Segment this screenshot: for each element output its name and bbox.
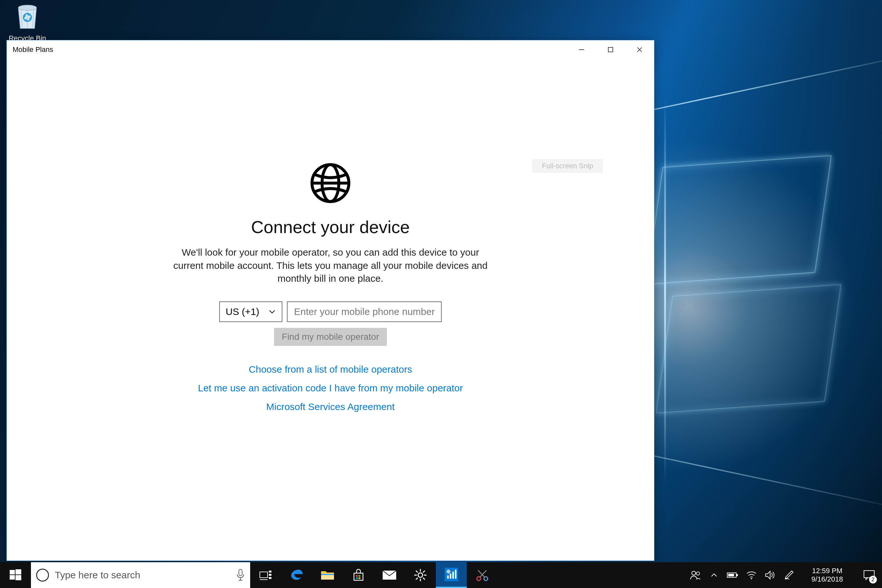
svg-rect-17 <box>269 577 272 579</box>
svg-rect-16 <box>269 574 272 576</box>
taskbar-app-file-explorer[interactable] <box>312 562 343 588</box>
svg-rect-37 <box>450 573 452 579</box>
chevron-down-icon <box>268 308 276 316</box>
svg-line-34 <box>416 578 418 580</box>
people-icon <box>690 570 701 580</box>
battery-icon <box>727 572 738 578</box>
speaker-icon <box>765 571 775 580</box>
svg-rect-9 <box>10 570 15 574</box>
svg-line-31 <box>416 571 418 573</box>
mobile-plans-window: Mobile Plans Full-screen Snip Connect yo… <box>6 40 654 561</box>
taskbar-app-edge[interactable] <box>281 562 312 588</box>
desktop-icon-recycle-bin[interactable]: Recycle Bin <box>3 1 52 42</box>
clock-date: 9/16/2018 <box>812 575 843 584</box>
file-explorer-icon <box>320 569 334 581</box>
link-services-agreement[interactable]: Microsoft Services Agreement <box>266 401 394 412</box>
mobile-plans-icon <box>444 568 458 581</box>
taskbar-clock[interactable]: 12:59 PM 9/16/2018 <box>798 562 856 588</box>
svg-rect-12 <box>15 575 21 580</box>
page-heading: Connect your device <box>251 217 410 237</box>
svg-rect-20 <box>321 574 334 575</box>
svg-point-26 <box>418 573 423 578</box>
svg-rect-3 <box>608 47 613 52</box>
svg-point-52 <box>751 578 752 579</box>
cortana-icon <box>36 568 49 582</box>
svg-rect-22 <box>358 575 360 577</box>
tray-volume[interactable] <box>761 562 780 588</box>
svg-line-32 <box>423 578 425 580</box>
page-subtext: We'll look for your mobile operator, so … <box>172 246 488 285</box>
svg-rect-14 <box>260 572 268 578</box>
chevron-up-icon <box>710 571 718 579</box>
maximize-icon <box>608 46 614 53</box>
task-view-icon <box>259 570 272 580</box>
globe-icon <box>309 162 351 204</box>
recycle-bin-icon <box>15 1 40 30</box>
taskbar-search[interactable] <box>31 562 250 588</box>
search-input[interactable] <box>55 570 230 580</box>
svg-rect-15 <box>269 571 272 573</box>
svg-rect-11 <box>10 575 15 580</box>
action-center-button[interactable]: 2 <box>856 562 882 588</box>
scissors-icon <box>476 568 489 582</box>
svg-rect-39 <box>455 570 456 579</box>
maximize-button[interactable] <box>596 40 625 59</box>
svg-rect-51 <box>728 574 734 576</box>
svg-rect-24 <box>358 578 360 579</box>
tray-overflow[interactable] <box>705 562 723 588</box>
close-button[interactable] <box>625 40 654 59</box>
phone-entry-row: US (+1) <box>219 302 442 322</box>
system-tray: 12:59 PM 9/16/2018 2 <box>686 562 882 588</box>
notification-badge: 2 <box>869 576 877 584</box>
start-button[interactable] <box>0 562 31 588</box>
taskbar-app-store[interactable] <box>343 562 374 588</box>
minimize-button[interactable] <box>567 40 596 59</box>
taskbar: 12:59 PM 9/16/2018 2 <box>0 562 882 588</box>
wifi-icon <box>746 571 757 579</box>
svg-rect-10 <box>15 569 21 574</box>
find-operator-button[interactable]: Find my mobile operator <box>274 328 387 346</box>
svg-rect-21 <box>356 575 358 577</box>
window-title: Mobile Plans <box>13 45 53 54</box>
tray-battery[interactable] <box>723 562 742 588</box>
windows-logo-icon <box>10 569 21 581</box>
svg-point-48 <box>696 572 699 575</box>
svg-rect-13 <box>239 569 242 576</box>
taskbar-app-snip[interactable] <box>467 562 498 588</box>
svg-rect-23 <box>356 578 358 579</box>
svg-point-47 <box>692 571 696 575</box>
window-client-area: Connect your device We'll look for your … <box>7 59 654 561</box>
tray-wifi[interactable] <box>742 562 761 588</box>
tray-pen[interactable] <box>780 562 798 588</box>
pen-icon <box>784 570 794 580</box>
edge-icon <box>290 568 303 582</box>
svg-rect-50 <box>736 574 738 576</box>
country-code-select[interactable]: US (+1) <box>219 302 282 322</box>
clock-time: 12:59 PM <box>812 567 842 575</box>
svg-line-33 <box>423 571 425 573</box>
gear-icon <box>414 568 427 582</box>
microphone-icon[interactable] <box>236 568 245 582</box>
svg-rect-36 <box>447 575 449 579</box>
task-view-button[interactable] <box>250 562 281 588</box>
phone-number-input[interactable] <box>287 302 442 322</box>
close-icon <box>636 46 643 53</box>
taskbar-app-settings[interactable] <box>405 562 436 588</box>
ghost-tooltip: Full-screen Snip <box>532 160 603 172</box>
minimize-icon <box>578 46 585 53</box>
taskbar-app-mobile-plans[interactable] <box>436 562 467 588</box>
titlebar[interactable]: Mobile Plans <box>7 40 654 59</box>
mail-icon <box>382 570 397 580</box>
tray-people[interactable] <box>686 562 705 588</box>
country-code-value: US (+1) <box>226 306 259 317</box>
link-choose-operator[interactable]: Choose from a list of mobile operators <box>249 364 412 375</box>
link-activation-code[interactable]: Let me use an activation code I have fro… <box>198 382 463 394</box>
taskbar-app-mail[interactable] <box>374 562 405 588</box>
svg-rect-38 <box>452 572 454 579</box>
store-icon <box>352 568 365 582</box>
